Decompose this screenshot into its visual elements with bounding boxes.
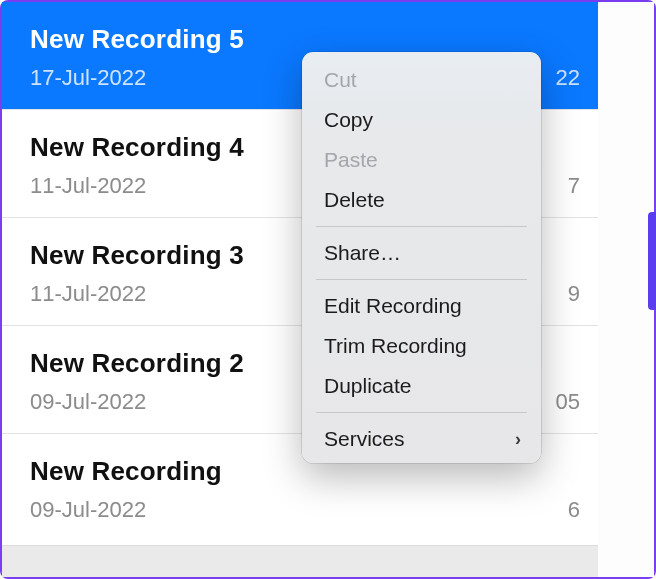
menu-item-duplicate[interactable]: Duplicate (302, 366, 541, 406)
toolbar (2, 545, 600, 577)
menu-item-copy[interactable]: Copy (302, 100, 541, 140)
menu-separator (316, 412, 527, 413)
scroll-indicator (648, 212, 656, 310)
menu-item-label: Services (324, 427, 405, 451)
menu-item-services[interactable]: Services › (302, 419, 541, 459)
recording-duration: 6 (568, 497, 580, 523)
menu-separator (316, 226, 527, 227)
menu-item-edit-recording[interactable]: Edit Recording (302, 286, 541, 326)
recording-date: 09-Jul-2022 (30, 497, 580, 523)
menu-item-trim-recording[interactable]: Trim Recording (302, 326, 541, 366)
menu-separator (316, 279, 527, 280)
menu-item-cut: Cut (302, 60, 541, 100)
recording-duration: 22 (556, 65, 580, 91)
side-panel (598, 2, 654, 577)
recording-duration: 9 (568, 281, 580, 307)
context-menu: Cut Copy Paste Delete Share… Edit Record… (302, 52, 541, 463)
menu-item-paste: Paste (302, 140, 541, 180)
recording-duration: 7 (568, 173, 580, 199)
recording-title: New Recording 5 (30, 24, 580, 55)
window: New Recording 5 17-Jul-2022 22 New Recor… (0, 0, 656, 579)
recording-duration: 05 (556, 389, 580, 415)
menu-item-delete[interactable]: Delete (302, 180, 541, 220)
chevron-right-icon: › (515, 429, 523, 450)
menu-item-share[interactable]: Share… (302, 233, 541, 273)
